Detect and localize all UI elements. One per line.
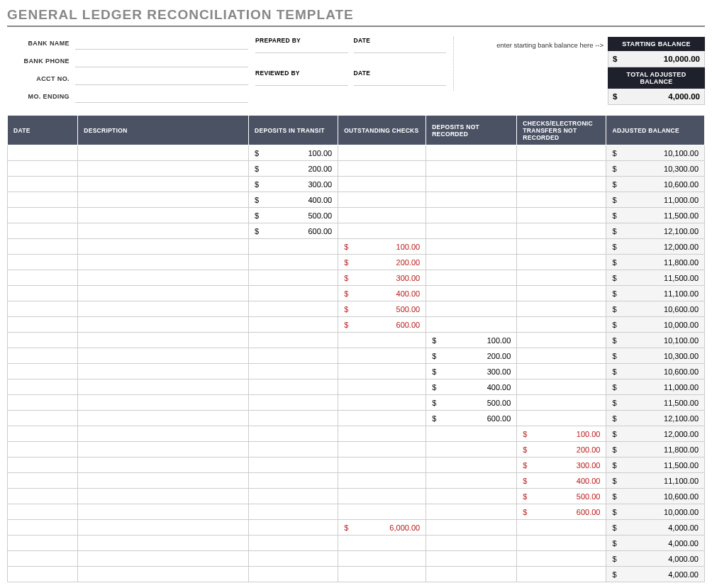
table-cell[interactable]: $200.00 — [338, 255, 426, 270]
table-cell[interactable]: $500.00 — [426, 395, 517, 411]
cell-date[interactable] — [8, 379, 78, 395]
cell-description[interactable] — [78, 489, 249, 504]
table-cell[interactable] — [517, 551, 606, 567]
input-acct-no[interactable] — [75, 72, 248, 85]
table-cell[interactable] — [426, 426, 517, 442]
cell-date[interactable] — [8, 270, 78, 286]
table-cell[interactable]: $11,500.00 — [606, 208, 705, 223]
table-cell[interactable] — [426, 161, 517, 177]
table-cell[interactable] — [517, 161, 606, 177]
table-cell[interactable]: $500.00 — [517, 489, 606, 504]
table-cell[interactable] — [517, 145, 606, 161]
cell-date[interactable] — [8, 161, 78, 177]
table-cell[interactable] — [517, 208, 606, 223]
table-cell[interactable] — [338, 442, 426, 457]
table-cell[interactable] — [426, 286, 517, 301]
cell-date[interactable] — [8, 536, 78, 551]
table-cell[interactable] — [426, 520, 517, 536]
cell-date[interactable] — [8, 192, 78, 208]
cell-date[interactable] — [8, 457, 78, 473]
table-cell[interactable] — [338, 489, 426, 504]
input-bank-name[interactable] — [75, 37, 248, 50]
table-cell[interactable] — [249, 489, 338, 504]
cell-date[interactable] — [8, 442, 78, 457]
table-cell[interactable]: $11,500.00 — [606, 395, 705, 411]
cell-description[interactable] — [78, 177, 249, 192]
cell-description[interactable] — [78, 286, 249, 301]
table-cell[interactable] — [426, 536, 517, 551]
table-cell[interactable]: $11,000.00 — [606, 379, 705, 395]
table-cell[interactable]: $10,000.00 — [606, 317, 705, 333]
table-cell[interactable]: $10,300.00 — [606, 161, 705, 177]
table-cell[interactable] — [426, 301, 517, 317]
table-cell[interactable]: $12,100.00 — [606, 223, 705, 239]
table-cell[interactable] — [338, 145, 426, 161]
table-cell[interactable] — [426, 145, 517, 161]
table-cell[interactable]: $100.00 — [338, 239, 426, 255]
table-cell[interactable] — [249, 286, 338, 301]
table-cell[interactable]: $11,000.00 — [606, 192, 705, 208]
cell-date[interactable] — [8, 473, 78, 489]
table-cell[interactable]: $10,100.00 — [606, 145, 705, 161]
table-cell[interactable] — [517, 536, 606, 551]
table-cell[interactable] — [249, 473, 338, 489]
cell-description[interactable] — [78, 317, 249, 333]
cell-description[interactable] — [78, 520, 249, 536]
table-cell[interactable]: $400.00 — [338, 286, 426, 301]
table-cell[interactable] — [249, 364, 338, 379]
table-cell[interactable] — [249, 395, 338, 411]
table-cell[interactable]: $4,000.00 — [606, 567, 705, 582]
table-cell[interactable]: $400.00 — [426, 379, 517, 395]
table-cell[interactable] — [426, 457, 517, 473]
table-cell[interactable]: $10,600.00 — [606, 364, 705, 379]
table-cell[interactable]: $100.00 — [517, 426, 606, 442]
cell-description[interactable] — [78, 379, 249, 395]
cell-date[interactable] — [8, 489, 78, 504]
table-cell[interactable]: $12,000.00 — [606, 239, 705, 255]
cell-date[interactable] — [8, 504, 78, 520]
table-cell[interactable] — [338, 379, 426, 395]
table-cell[interactable] — [517, 567, 606, 582]
cell-description[interactable] — [78, 473, 249, 489]
table-cell[interactable] — [426, 192, 517, 208]
cell-date[interactable] — [8, 255, 78, 270]
table-cell[interactable]: $4,000.00 — [606, 536, 705, 551]
table-cell[interactable] — [249, 442, 338, 457]
table-cell[interactable] — [338, 364, 426, 379]
cell-description[interactable] — [78, 239, 249, 255]
table-cell[interactable] — [338, 457, 426, 473]
cell-date[interactable] — [8, 208, 78, 223]
cell-date[interactable] — [8, 348, 78, 364]
table-cell[interactable]: $11,800.00 — [606, 255, 705, 270]
cell-date[interactable] — [8, 520, 78, 536]
table-cell[interactable] — [338, 333, 426, 348]
table-cell[interactable] — [249, 520, 338, 536]
cell-date[interactable] — [8, 239, 78, 255]
table-cell[interactable]: $12,100.00 — [606, 411, 705, 426]
cell-date[interactable] — [8, 395, 78, 411]
table-cell[interactable] — [517, 395, 606, 411]
table-cell[interactable] — [249, 301, 338, 317]
table-cell[interactable] — [426, 255, 517, 270]
table-cell[interactable] — [338, 161, 426, 177]
table-cell[interactable] — [517, 286, 606, 301]
input-mo-ending[interactable] — [75, 90, 248, 103]
table-cell[interactable] — [517, 301, 606, 317]
table-cell[interactable] — [517, 520, 606, 536]
table-cell[interactable]: $6,000.00 — [338, 520, 426, 536]
table-cell[interactable]: $10,000.00 — [606, 504, 705, 520]
table-cell[interactable] — [249, 333, 338, 348]
table-cell[interactable] — [426, 177, 517, 192]
table-cell[interactable] — [426, 489, 517, 504]
cell-date[interactable] — [8, 364, 78, 379]
cell-date[interactable] — [8, 301, 78, 317]
table-cell[interactable]: $4,000.00 — [606, 551, 705, 567]
table-cell[interactable] — [249, 255, 338, 270]
cell-description[interactable] — [78, 395, 249, 411]
table-cell[interactable]: $400.00 — [249, 192, 338, 208]
table-cell[interactable] — [517, 333, 606, 348]
cell-description[interactable] — [78, 551, 249, 567]
table-cell[interactable] — [426, 239, 517, 255]
cell-date[interactable] — [8, 551, 78, 567]
table-cell[interactable]: $100.00 — [426, 333, 517, 348]
